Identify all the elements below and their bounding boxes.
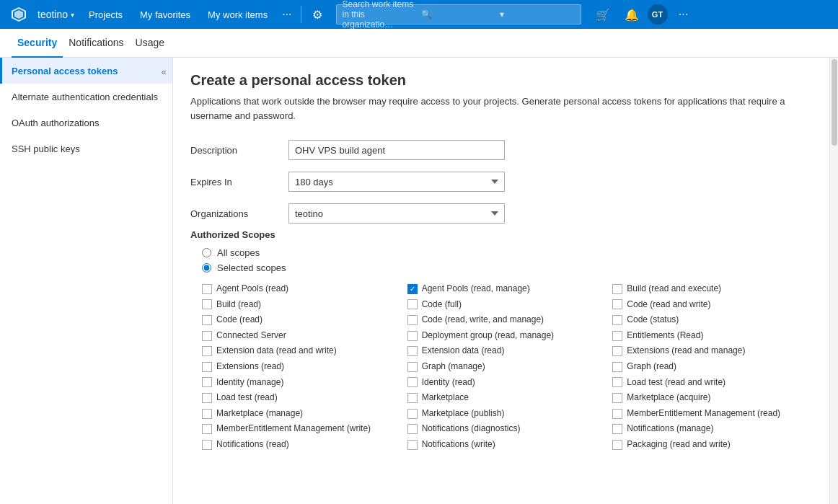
- scope-checkbox[interactable]: [407, 440, 418, 450]
- app-logo[interactable]: [6, 0, 32, 29]
- scope-checkbox[interactable]: [612, 377, 622, 387]
- sidebar-item-alternate-auth[interactable]: Alternate authentication credentials: [0, 84, 172, 110]
- scope-checkbox[interactable]: [407, 393, 418, 403]
- scope-label: Code (read and write): [627, 299, 710, 311]
- scope-item: Marketplace (publish): [407, 408, 607, 420]
- scope-item: Agent Pools (read): [202, 283, 402, 295]
- description-row: Description: [190, 140, 767, 160]
- nav-work-items[interactable]: My work items: [199, 0, 276, 29]
- more-icon-button[interactable]: ···: [671, 1, 697, 27]
- scope-checkbox[interactable]: [407, 331, 418, 341]
- scope-checkbox[interactable]: [407, 424, 418, 434]
- search-box[interactable]: Search work items in this organizatio… 🔍…: [336, 4, 581, 25]
- org-selector[interactable]: teotino ▾: [32, 0, 80, 29]
- description-input[interactable]: [288, 140, 505, 160]
- right-icons: 🛒 🔔 GT ···: [590, 1, 697, 27]
- scope-label: Load test (read and write): [627, 377, 725, 389]
- scope-checkbox[interactable]: [202, 440, 212, 450]
- search-icon: 🔍: [421, 9, 495, 19]
- scope-label: Code (full): [422, 299, 462, 311]
- scope-label: Agent Pools (read): [216, 283, 288, 295]
- expires-label: Expires In: [190, 177, 277, 187]
- scope-item: Code (read and write): [612, 299, 812, 311]
- scope-checkbox[interactable]: [612, 440, 622, 450]
- sidebar-item-personal-access-tokens[interactable]: Personal access tokens: [0, 58, 172, 84]
- scope-checkbox[interactable]: [612, 346, 622, 356]
- scope-checkbox[interactable]: [612, 315, 622, 325]
- organizations-select[interactable]: teotino: [288, 203, 505, 224]
- scope-checkbox[interactable]: [612, 393, 622, 403]
- scope-item: Marketplace (acquire): [612, 392, 812, 404]
- scope-item: Code (full): [407, 299, 607, 311]
- page-description: Applications that work outside the brows…: [190, 94, 812, 123]
- bell-icon-button[interactable]: 🔔: [619, 1, 645, 27]
- scope-item: Deployment group (read, manage): [407, 330, 607, 342]
- scope-item: Packaging (read and write): [612, 439, 812, 451]
- scope-item: Entitlements (Read): [612, 330, 812, 342]
- settings-icon-button[interactable]: ⚙: [304, 1, 330, 27]
- selected-scopes-label[interactable]: Selected scopes: [217, 262, 286, 273]
- scope-checkbox[interactable]: [612, 299, 622, 309]
- scope-checkbox[interactable]: [407, 346, 418, 356]
- scope-item: Build (read): [202, 299, 402, 311]
- scope-item: Extension data (read and write): [202, 345, 402, 357]
- all-scopes-label[interactable]: All scopes: [217, 247, 260, 258]
- scope-item: Marketplace: [407, 392, 607, 404]
- avatar[interactable]: GT: [648, 4, 668, 25]
- scope-checkbox[interactable]: [202, 299, 212, 309]
- scope-item: Code (read, write, and manage): [407, 314, 607, 326]
- tab-notifications[interactable]: Notifications: [63, 29, 129, 58]
- scope-item: Load test (read and write): [612, 377, 812, 389]
- radio-all-scopes: All scopes: [190, 247, 812, 258]
- all-scopes-radio[interactable]: [202, 248, 211, 257]
- scope-checkbox[interactable]: [202, 377, 212, 387]
- nav-favorites[interactable]: My favorites: [131, 0, 199, 29]
- expires-select[interactable]: 30 days 60 days 90 days 180 days 1 year …: [288, 172, 505, 192]
- selected-scopes-radio[interactable]: [202, 263, 211, 273]
- main-layout: « Personal access tokens Alternate authe…: [0, 58, 838, 504]
- nav-more-button[interactable]: ···: [276, 0, 297, 29]
- scope-label: Marketplace (manage): [216, 408, 303, 420]
- scope-checkbox[interactable]: [407, 284, 418, 294]
- scope-checkbox[interactable]: [407, 299, 418, 309]
- scope-checkbox[interactable]: [612, 284, 622, 294]
- scope-checkbox[interactable]: [407, 315, 418, 325]
- scope-label: Marketplace: [422, 392, 469, 404]
- scope-checkbox[interactable]: [407, 362, 418, 372]
- scope-checkbox[interactable]: [202, 424, 212, 434]
- search-expand-icon[interactable]: ▾: [500, 9, 574, 19]
- scope-checkbox[interactable]: [202, 284, 212, 294]
- scope-checkbox[interactable]: [612, 362, 622, 372]
- scope-checkbox[interactable]: [202, 346, 212, 356]
- tab-security[interactable]: Security: [12, 29, 63, 58]
- top-navigation: teotino ▾ Projects My favorites My work …: [0, 0, 838, 29]
- sidebar-item-ssh[interactable]: SSH public keys: [0, 136, 172, 162]
- sidebar-item-oauth[interactable]: OAuth authorizations: [0, 110, 172, 136]
- tab-usage[interactable]: Usage: [130, 29, 170, 58]
- scope-checkbox[interactable]: [202, 409, 212, 419]
- scope-checkbox[interactable]: [202, 362, 212, 372]
- page-title: Create a personal access token: [190, 72, 812, 89]
- basket-icon-button[interactable]: 🛒: [590, 1, 616, 27]
- scope-checkbox[interactable]: [407, 377, 418, 387]
- scope-label: Extension data (read and write): [216, 345, 337, 357]
- scope-checkbox[interactable]: [612, 409, 622, 419]
- scope-item: Code (status): [612, 314, 812, 326]
- scope-checkbox[interactable]: [612, 424, 622, 434]
- scope-label: Notifications (manage): [627, 423, 713, 435]
- scope-checkbox[interactable]: [202, 331, 212, 341]
- scope-checkbox[interactable]: [612, 331, 622, 341]
- scope-checkbox[interactable]: [202, 393, 212, 403]
- scope-checkbox[interactable]: [407, 409, 418, 419]
- scope-item: Extension data (read): [407, 345, 607, 357]
- nav-links: Projects My favorites My work items ···: [80, 0, 297, 29]
- scope-label: Code (read, write, and manage): [422, 314, 544, 326]
- scrollbar-thumb[interactable]: [832, 59, 837, 146]
- nav-projects[interactable]: Projects: [80, 0, 131, 29]
- scope-checkbox[interactable]: [202, 315, 212, 325]
- sidebar-collapse-button[interactable]: «: [155, 63, 172, 81]
- scrollbar[interactable]: [829, 58, 838, 504]
- scope-item: MemberEntitlement Management (write): [202, 423, 402, 435]
- scope-item: Code (read): [202, 314, 402, 326]
- scope-item: Agent Pools (read, manage): [407, 283, 607, 295]
